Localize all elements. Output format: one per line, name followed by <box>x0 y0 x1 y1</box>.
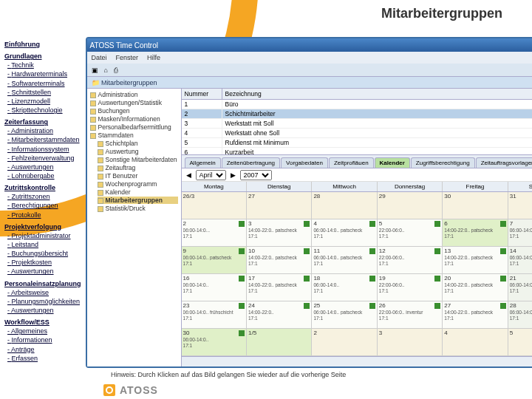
prev-month[interactable]: ◀ <box>186 171 191 179</box>
nav-item[interactable]: Softwareterminals <box>7 79 81 88</box>
tab[interactable]: Allgemein <box>185 157 221 168</box>
calendar-cell[interactable]: 28 <box>312 192 377 219</box>
nav-item[interactable]: Fehlzeitenverwaltung <box>7 154 81 163</box>
nav-item[interactable]: Lohnübergabe <box>7 171 81 180</box>
nav-item[interactable]: Leitstand <box>7 240 81 249</box>
list-pane[interactable]: NummerBezeichnung1Büro2Schichtmitarbeite… <box>182 89 532 155</box>
calendar-cell[interactable]: 2806:00-14:0.. frühschicht17:1 <box>508 301 532 328</box>
nav-item[interactable]: Schnittstellen <box>7 88 81 97</box>
nav-item[interactable]: Anträge <box>7 345 81 354</box>
nav-item[interactable]: Administration <box>7 126 81 135</box>
list-col-header[interactable]: Nummer <box>182 89 222 99</box>
tree-node[interactable]: Statistik/Druck <box>98 205 178 212</box>
nav-section-head[interactable]: Einführung <box>4 40 81 49</box>
nav-item[interactable]: Auswertungen <box>7 163 81 171</box>
nav-item[interactable]: Auswertungen <box>7 267 81 276</box>
tree-node[interactable]: Auswertungen/Statistik <box>90 99 178 106</box>
next-month[interactable]: ▶ <box>231 171 236 179</box>
calendar-cell[interactable]: 2714:00-22:0.. patscheck17:1 <box>443 301 508 328</box>
tree-node[interactable]: Auswertung <box>98 148 178 155</box>
calendar-cell[interactable]: 4 <box>443 329 508 355</box>
tree-node[interactable]: Buchungen <box>90 107 178 115</box>
menu-item[interactable]: Hilfe <box>147 54 160 61</box>
nav-item[interactable]: Lizenzmodell <box>7 97 81 106</box>
nav-item[interactable]: Zutrittszonen <box>7 192 81 201</box>
calendar-cell[interactable]: 1806:00-14:0..17:1 <box>312 274 377 301</box>
list-row[interactable]: 5Rufdienst mit Minimum <box>182 138 532 148</box>
nav-section-head[interactable]: Workflow/ESS <box>4 318 81 327</box>
month-select[interactable]: April <box>196 170 226 180</box>
calendar-cell[interactable]: 3006:00-14:0..17:1 <box>182 329 247 355</box>
tab[interactable]: Vorgabedaten <box>281 157 328 168</box>
calendar-cell[interactable]: 1406:00-14:0.. frühschicht17:1 <box>508 247 532 273</box>
tree-node[interactable]: Sonstige Mitarbeiterdaten <box>98 156 178 163</box>
tree-node[interactable]: Schichtplan <box>98 140 178 147</box>
tab[interactable]: Zeitprofläuen <box>329 157 374 168</box>
calendar-cell[interactable]: 1714:00-22:0.. patscheck17:1 <box>247 274 312 301</box>
calendar-cell[interactable]: 406:00-14:0.. patscheck17:1 <box>312 219 377 246</box>
calendar-cell[interactable]: 29 <box>378 192 443 219</box>
list-col-header[interactable]: Bezeichnung <box>222 89 532 99</box>
nav-item[interactable]: Projektkosten <box>7 258 81 267</box>
tree-node[interactable]: Zeitauftrag <box>98 164 178 171</box>
calendar-cell[interactable]: 706:00-14:0.. frühschicht17:1 <box>508 219 532 246</box>
calendar-cell[interactable]: 3 <box>378 329 443 355</box>
nav-item[interactable]: Projektadministrator <box>7 231 81 240</box>
nav-item[interactable]: Hardwareterminals <box>7 69 81 78</box>
nav-item[interactable]: Informationssystem <box>7 145 81 154</box>
calendar[interactable]: MontagDienstagMittwochDonnerstagFreitagS… <box>182 182 532 356</box>
tab[interactable]: Kalender <box>375 157 410 168</box>
tab[interactable]: Zugriffsberechtigung <box>411 157 475 168</box>
calendar-cell[interactable]: 30 <box>443 192 508 219</box>
nav-item[interactable]: Berechtigungen <box>7 201 81 210</box>
calendar-cell[interactable]: 2414:00-22:0..17:1 <box>247 301 312 328</box>
nav-section-head[interactable]: Personaleinsatzplanung <box>4 279 81 288</box>
calendar-cell[interactable]: 1222:00-06:0..17:1 <box>378 247 443 273</box>
calendar-cell[interactable]: 1/5 <box>247 329 312 355</box>
tree-node[interactable]: Kalender <box>98 188 178 196</box>
nav-section-head[interactable]: Zutrittskontrolle <box>4 183 81 192</box>
nav-item[interactable]: Skripttechnologie <box>7 106 81 115</box>
tree-node[interactable]: Personalbedarfsermittlung <box>90 123 178 131</box>
tree-node[interactable]: Mitarbeitergruppen <box>98 197 178 204</box>
nav-item[interactable]: Allgemeines <box>7 327 81 335</box>
calendar-cell[interactable]: 2622:00-06:0.. inventur17:1 <box>378 301 443 328</box>
list-row[interactable]: 2Schichtmitarbeiter <box>182 109 532 119</box>
calendar-cell[interactable]: 1106:00-14:0.. patscheck17:1 <box>312 247 377 273</box>
nav-item[interactable]: Auswertungen <box>7 306 81 315</box>
calendar-cell[interactable]: 2306:00-14:0.. frühschicht17:1 <box>182 301 247 328</box>
calendar-cell[interactable]: 26/3 <box>182 192 247 219</box>
tab[interactable]: Zeitauftragsvorlagen <box>476 157 532 168</box>
calendar-cell[interactable]: 206:00-14:0...17:1 <box>182 219 247 246</box>
calendar-cell[interactable]: 1014:00-22:0.. patscheck17:1 <box>247 247 312 273</box>
year-select[interactable]: 2007 <box>240 170 272 180</box>
nav-section-head[interactable]: Projektverfolgung <box>4 222 81 231</box>
nav-item[interactable]: Planungsmöglichkeiten <box>7 297 81 306</box>
nav-section-head[interactable]: Grundlagen <box>4 52 81 61</box>
calendar-cell[interactable]: 2 <box>312 329 377 355</box>
tab[interactable]: Zeitenübertragung <box>222 157 280 168</box>
toolbar-icon[interactable]: ⌂ <box>104 66 108 74</box>
tree-node[interactable]: Masken/Informationen <box>90 115 178 123</box>
nav-item[interactable]: Erfassen <box>7 354 81 363</box>
calendar-cell[interactable]: 5 <box>508 329 532 355</box>
calendar-cell[interactable]: 906:00-14:0.. patscheck17:1 <box>182 247 247 273</box>
tree-node[interactable]: Administration <box>90 91 178 98</box>
toolbar-icon[interactable]: ⎙ <box>114 66 117 74</box>
list-row[interactable]: 6Kurzarbeit <box>182 148 532 155</box>
calendar-cell[interactable]: 1922:00-06:0..17:1 <box>378 274 443 301</box>
nav-section-head[interactable]: Zeiterfassung <box>4 117 81 126</box>
nav-tree[interactable]: AdministrationAuswertungen/StatistikBuch… <box>87 89 182 366</box>
nav-item[interactable]: Mitarbeiterstammdaten <box>7 135 81 144</box>
tree-node[interactable]: IT Benutzer <box>98 172 178 180</box>
calendar-cell[interactable]: 522:00-06:0..17:1 <box>378 219 443 246</box>
nav-item[interactable]: Arbeitsweise <box>7 288 81 297</box>
app-window[interactable]: ATOSS Time Control _ ▢ × DateiFensterHil… <box>86 37 532 368</box>
calendar-cell[interactable]: 614:00-22:0.. patscheck17:1 <box>443 219 508 246</box>
calendar-cell[interactable]: 31 <box>508 192 532 219</box>
nav-item[interactable]: Buchungsübersicht <box>7 249 81 258</box>
tree-node[interactable]: Stammdaten <box>90 132 178 139</box>
calendar-cell[interactable]: 2506:00-14:0.. patscheck17:1 <box>312 301 377 328</box>
calendar-cell[interactable]: 314:00-22:0.. patscheck17:1 <box>247 219 312 246</box>
toolbar-icon[interactable]: ▣ <box>92 66 98 74</box>
